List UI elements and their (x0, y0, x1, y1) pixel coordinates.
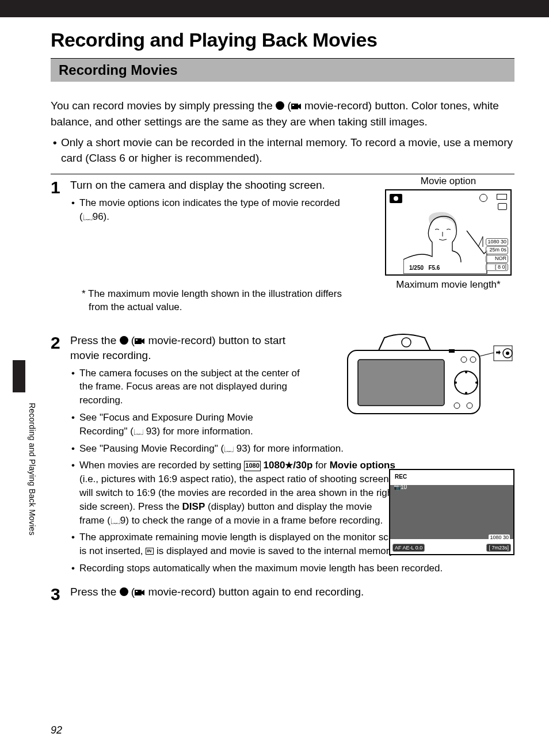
svg-point-22 (506, 352, 509, 355)
step-heading: Turn on the camera and display the shoot… (70, 178, 346, 193)
step2-bullets-a: The camera focuses on the subject at the… (70, 366, 300, 438)
movie-option-label: Movie option (382, 175, 514, 187)
resolution-icon: 1080 (244, 461, 260, 471)
step2-bullet-3: See "Pausing Movie Recording" ( 93) for … (79, 442, 514, 456)
svg-marker-1 (298, 104, 301, 109)
side-tab-text: Recording and Playing Back Movies (28, 403, 37, 536)
step2-bullets-b: See "Pausing Movie Recording" ( 93) for … (70, 442, 514, 456)
movie-record-icon (135, 589, 145, 597)
battery-icon (501, 474, 510, 479)
lcd-bottom-bar: AF AE-L 0.0 [ 7m23s] (392, 544, 511, 552)
step-body: Turn on the camera and display the shoot… (70, 178, 514, 327)
svg-point-12 (455, 381, 457, 384)
step-heading: Press the ( movie-record) button again t… (70, 585, 514, 600)
portrait-illustration (403, 208, 490, 274)
record-dot-icon (120, 587, 128, 596)
page-ref-icon (224, 443, 234, 454)
rec-indicator: REC (394, 474, 408, 480)
top-black-bar (0, 0, 549, 17)
max-length-label: Maximum movie length* (382, 279, 514, 291)
step2-camera-illustration (344, 333, 514, 422)
resolution-indicator: 1080 30 (489, 534, 510, 540)
step-1: 1 Turn on the camera and display the sho… (51, 178, 514, 327)
svg-marker-4 (142, 338, 144, 344)
side-tab-marker (13, 360, 25, 392)
step2-bullet-1: The camera focuses on the subject at the… (79, 366, 300, 407)
section-title: Recording Movies (59, 62, 506, 78)
step2-bullet-2: See "Focus and Exposure During Movie Rec… (79, 411, 300, 438)
mode-icon (390, 194, 402, 203)
svg-rect-2 (292, 105, 294, 106)
svg-line-19 (480, 353, 494, 356)
lcd-exposure: 1/250 F5.6 (409, 265, 440, 271)
svg-rect-3 (135, 338, 142, 344)
internal-memory-icon (146, 548, 154, 555)
svg-rect-5 (136, 339, 138, 341)
lcd-preview-2: REC 📷10 1080 30 AF AE-L 0.0 [ 7m23s] (389, 469, 514, 555)
intro-text-a: You can record movies by simply pressing… (51, 100, 276, 112)
card-icon (498, 203, 507, 210)
disp-button-label: DISP (182, 501, 205, 512)
svg-rect-23 (135, 590, 142, 595)
page-ref-icon (110, 515, 120, 526)
fan-icon (479, 194, 487, 202)
step1-bullet-1: The movie options icon indicates the typ… (79, 196, 346, 224)
svg-point-11 (465, 392, 467, 394)
step-body: Press the ( movie-record) button again t… (70, 585, 514, 603)
step1-footnote: * The maximum movie length shown in the … (70, 287, 346, 315)
svg-point-10 (465, 371, 467, 373)
step1-bullets: The movie options icon indicates the typ… (70, 196, 346, 224)
svg-rect-18 (449, 349, 455, 353)
movie-record-icon (291, 102, 302, 110)
intro-bullets: Only a short movie can be recorded in th… (51, 135, 514, 166)
svg-marker-24 (142, 590, 144, 595)
intro-bullet-1: Only a short movie can be recorded in th… (61, 135, 514, 166)
step2-bullet-6: Recording stops automatically when the m… (79, 562, 514, 575)
section-header: Recording Movies (51, 58, 514, 82)
lcd-status-stack: 1080 30 25m 0s NOR [ 8 0] (486, 238, 508, 272)
intro-text-paren: ( (284, 100, 291, 112)
step2-bullet-4: When movies are recorded by setting 1080… (79, 459, 396, 527)
page-number: 92 (51, 724, 62, 736)
intro-paragraph: You can record movies by simply pressing… (51, 98, 514, 129)
star-icon: ★ (285, 460, 293, 470)
step-body: Press the ( movie-record) button to star… (70, 333, 514, 578)
svg-point-13 (475, 381, 478, 384)
in-indicator: 📷10 (394, 484, 407, 490)
svg-rect-0 (291, 104, 298, 109)
step-3: 3 Press the ( movie-record) button again… (51, 585, 514, 603)
battery-icon (497, 194, 507, 200)
camera-icon (344, 333, 514, 419)
lcd-preview-1: 1080 30 25m 0s NOR [ 8 0] 1/250 F5.6 (385, 189, 512, 276)
page-ref-icon (134, 426, 143, 437)
svg-rect-7 (358, 360, 444, 406)
step2-bullets-c: When movies are recorded by setting 1080… (70, 459, 396, 527)
step-number: 2 (51, 333, 70, 578)
step-number: 1 (51, 178, 70, 327)
movie-record-icon (135, 337, 145, 345)
record-dot-icon (276, 101, 284, 110)
page-content: Recording and Playing Back Movies Record… (0, 17, 549, 603)
svg-rect-25 (136, 591, 138, 592)
step-number: 3 (51, 585, 70, 603)
step-2: 2 Press the ( movie-record) button to st… (51, 333, 514, 578)
record-dot-icon (120, 336, 128, 345)
page-title: Recording and Playing Back Movies (51, 29, 514, 51)
step1-illustration: Movie option 1080 30 25m 0s (382, 175, 514, 291)
page-ref-icon (83, 211, 93, 222)
separator (51, 174, 514, 174)
step-heading: Press the ( movie-record) button to star… (70, 333, 300, 362)
